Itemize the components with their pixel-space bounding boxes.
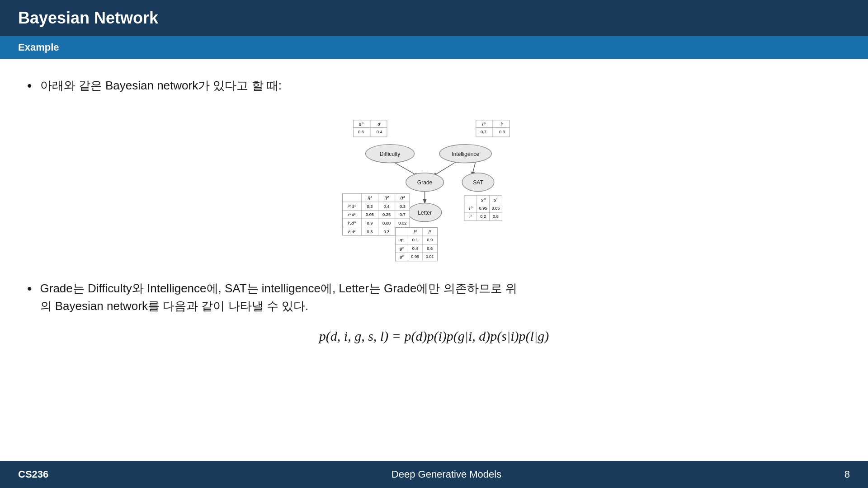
section-bar: Example: [0, 36, 868, 59]
svg-text:g¹: g¹: [400, 238, 403, 242]
svg-text:Grade: Grade: [417, 179, 433, 186]
svg-text:0.05: 0.05: [491, 206, 500, 211]
svg-text:0.4: 0.4: [377, 130, 382, 135]
svg-text:s¹: s¹: [494, 197, 498, 202]
bullet-text-1: 아래와 같은 Bayesian network가 있다고 할 때:: [40, 77, 282, 94]
svg-text:Letter: Letter: [418, 210, 432, 216]
svg-text:0.6: 0.6: [358, 130, 364, 135]
section-title: Example: [18, 42, 59, 53]
svg-text:g²: g²: [400, 246, 404, 251]
svg-text:0.01: 0.01: [426, 254, 434, 259]
svg-text:0.9: 0.9: [427, 238, 433, 242]
header: Bayesian Network: [0, 0, 868, 36]
svg-text:Intelligence: Intelligence: [452, 151, 479, 157]
footer-course: CS236: [18, 469, 48, 480]
svg-text:Difficulty: Difficulty: [380, 151, 400, 157]
bayesian-network-diagram: d⁰ d¹ 0.6 0.4 i⁰ i¹ 0.7 0.3: [27, 108, 841, 271]
svg-text:i⁰,d¹: i⁰,d¹: [348, 212, 356, 217]
svg-text:0.7: 0.7: [400, 212, 406, 217]
page-title: Bayesian Network: [18, 9, 158, 28]
svg-text:0.08: 0.08: [382, 221, 391, 225]
svg-text:0.3: 0.3: [384, 230, 390, 234]
svg-text:SAT: SAT: [473, 179, 483, 186]
svg-text:0.9: 0.9: [367, 221, 373, 225]
svg-text:0.95: 0.95: [479, 206, 487, 211]
svg-text:0.1: 0.1: [412, 238, 418, 242]
svg-text:0.3: 0.3: [400, 204, 406, 209]
svg-text:0.2: 0.2: [480, 214, 486, 219]
svg-text:i¹: i¹: [501, 122, 503, 127]
svg-text:0.3: 0.3: [367, 204, 373, 209]
svg-text:g³: g³: [401, 195, 405, 200]
svg-text:g³: g³: [400, 254, 404, 259]
svg-text:0.7: 0.7: [481, 130, 486, 135]
svg-text:l¹: l¹: [429, 230, 431, 235]
svg-text:i⁰,d⁰: i⁰,d⁰: [348, 204, 356, 209]
bullet-dot-1: •: [27, 78, 32, 94]
svg-text:i¹: i¹: [469, 214, 472, 219]
footer-page: 8: [844, 469, 850, 480]
svg-text:i¹,d¹: i¹,d¹: [348, 230, 355, 234]
svg-text:d⁰: d⁰: [359, 122, 363, 127]
svg-text:d¹: d¹: [377, 122, 381, 127]
svg-text:g²: g²: [385, 195, 389, 200]
svg-text:0.8: 0.8: [493, 214, 499, 219]
bullet-item-1: • 아래와 같은 Bayesian network가 있다고 할 때:: [27, 77, 841, 94]
formula: p(d, i, g, s, l) = p(d)p(i)p(g|i, d)p(s|…: [319, 328, 549, 344]
svg-text:0.4: 0.4: [412, 246, 418, 251]
svg-text:0.99: 0.99: [411, 254, 419, 259]
svg-text:0.4: 0.4: [384, 204, 390, 209]
footer-title: Deep Generative Models: [392, 469, 501, 480]
formula-container: p(d, i, g, s, l) = p(d)p(i)p(g|i, d)p(s|…: [27, 328, 841, 344]
bullet-text-2: Grade는 Difficulty와 Intelligence에, SAT는 i…: [40, 280, 517, 315]
content-area: • 아래와 같은 Bayesian network가 있다고 할 때: d⁰ d…: [0, 59, 868, 461]
svg-text:i¹,d⁰: i¹,d⁰: [348, 221, 356, 225]
bullet-dot-2: •: [27, 281, 32, 297]
svg-text:i⁰: i⁰: [482, 122, 486, 127]
svg-text:0.25: 0.25: [382, 212, 391, 217]
bullet-item-2: • Grade는 Difficulty와 Intelligence에, SAT는…: [27, 280, 841, 315]
svg-text:i⁰: i⁰: [469, 206, 472, 211]
svg-text:g¹: g¹: [368, 195, 372, 200]
footer: CS236 Deep Generative Models 8: [0, 461, 868, 488]
svg-text:0.6: 0.6: [427, 246, 433, 251]
svg-text:0.3: 0.3: [499, 130, 505, 135]
svg-text:0.05: 0.05: [366, 212, 374, 217]
svg-text:0.02: 0.02: [398, 221, 406, 225]
svg-text:0.5: 0.5: [367, 230, 373, 234]
